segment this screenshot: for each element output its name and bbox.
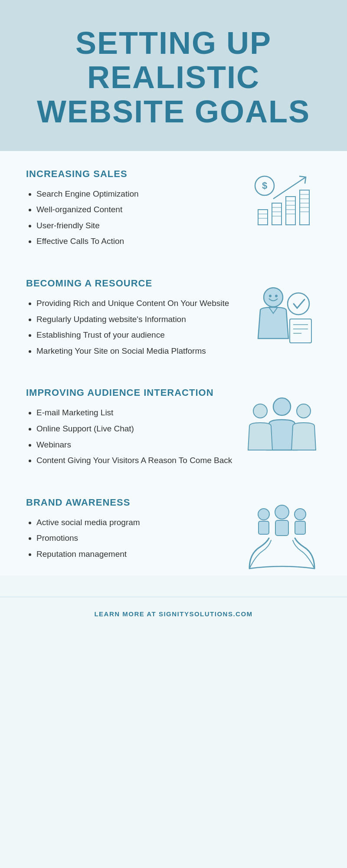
main-content: INCREASING SALES Search Engine Optimizat… bbox=[0, 151, 347, 575]
svg-point-21 bbox=[264, 288, 283, 307]
svg-point-32 bbox=[275, 505, 289, 519]
svg-point-34 bbox=[258, 509, 269, 520]
section-becoming-resource-text: BECOMING A RESOURCE Providing Rich and U… bbox=[26, 278, 243, 361]
section-becoming-resource: BECOMING A RESOURCE Providing Rich and U… bbox=[26, 278, 321, 365]
svg-rect-25 bbox=[290, 319, 311, 343]
sales-icon: $ bbox=[243, 168, 321, 229]
list-item: Effective Calls To Action bbox=[36, 236, 234, 247]
list-item: Reputation management bbox=[36, 549, 234, 560]
section-improving-audience-text: IMPROVING AUDIENCE INTERACTION E-mail Ma… bbox=[26, 387, 243, 470]
section-improving-audience: IMPROVING AUDIENCE INTERACTION E-mail Ma… bbox=[26, 387, 321, 475]
list-item: Establishing Trust of your audience bbox=[36, 329, 234, 341]
section-becoming-resource-title: BECOMING A RESOURCE bbox=[26, 278, 234, 289]
section-becoming-resource-list: Providing Rich and Unique Content On You… bbox=[26, 298, 234, 357]
svg-rect-3 bbox=[258, 210, 268, 225]
section-brand-awareness: BRAND AWARENESS Active social media prog… bbox=[26, 497, 321, 575]
section-brand-awareness-list: Active social media program Promotions R… bbox=[26, 517, 234, 560]
brand-icon bbox=[243, 497, 321, 571]
list-item: Content Giving Your Visitors A Reason To… bbox=[36, 455, 234, 467]
svg-point-31 bbox=[297, 404, 311, 418]
svg-point-29 bbox=[273, 398, 291, 415]
section-increasing-sales-title: INCREASING SALES bbox=[26, 168, 234, 180]
section-improving-audience-list: E-mail Marketing List Online Support (Li… bbox=[26, 407, 234, 466]
list-item: Well-organized Content bbox=[36, 204, 234, 216]
svg-rect-4 bbox=[272, 203, 282, 225]
svg-point-23 bbox=[275, 295, 278, 297]
list-item: User-friendly Site bbox=[36, 220, 234, 232]
list-item: Providing Rich and Unique Content On You… bbox=[36, 298, 234, 309]
svg-text:$: $ bbox=[262, 180, 267, 191]
svg-rect-37 bbox=[295, 521, 305, 534]
section-increasing-sales-text: INCREASING SALES Search Engine Optimizat… bbox=[26, 168, 243, 252]
list-item: Webinars bbox=[36, 439, 234, 451]
header-section: SETTING UP REALISTIC WEBSITE GOALS bbox=[0, 0, 347, 151]
svg-point-22 bbox=[269, 295, 272, 297]
list-item: E-mail Marketing List bbox=[36, 407, 234, 419]
section-increasing-sales: INCREASING SALES Search Engine Optimizat… bbox=[26, 168, 321, 256]
svg-point-24 bbox=[288, 293, 309, 315]
svg-point-30 bbox=[253, 404, 267, 418]
list-item: Marketing Your Site on Social Media Plat… bbox=[36, 345, 234, 357]
svg-rect-35 bbox=[259, 521, 269, 534]
footer-text: LEARN MORE AT SIGNITYSOLUTIONS.COM bbox=[94, 610, 252, 618]
page-title: SETTING UP REALISTIC WEBSITE GOALS bbox=[26, 26, 321, 129]
section-brand-awareness-text: BRAND AWARENESS Active social media prog… bbox=[26, 497, 243, 565]
resource-icon bbox=[243, 278, 321, 352]
list-item: Regularly Updating website's Information bbox=[36, 314, 234, 326]
section-improving-audience-title: IMPROVING AUDIENCE INTERACTION bbox=[26, 387, 234, 398]
list-item: Online Support (Live Chat) bbox=[36, 423, 234, 435]
section-increasing-sales-list: Search Engine Optimization Well-organize… bbox=[26, 188, 234, 247]
svg-rect-33 bbox=[275, 520, 288, 536]
list-item: Promotions bbox=[36, 533, 234, 544]
list-item: Active social media program bbox=[36, 517, 234, 529]
list-item: Search Engine Optimization bbox=[36, 188, 234, 200]
svg-point-36 bbox=[295, 509, 306, 520]
audience-icon bbox=[243, 387, 321, 457]
footer: LEARN MORE AT SIGNITYSOLUTIONS.COM bbox=[0, 597, 347, 631]
section-brand-awareness-title: BRAND AWARENESS bbox=[26, 497, 234, 508]
svg-line-2 bbox=[273, 177, 306, 199]
